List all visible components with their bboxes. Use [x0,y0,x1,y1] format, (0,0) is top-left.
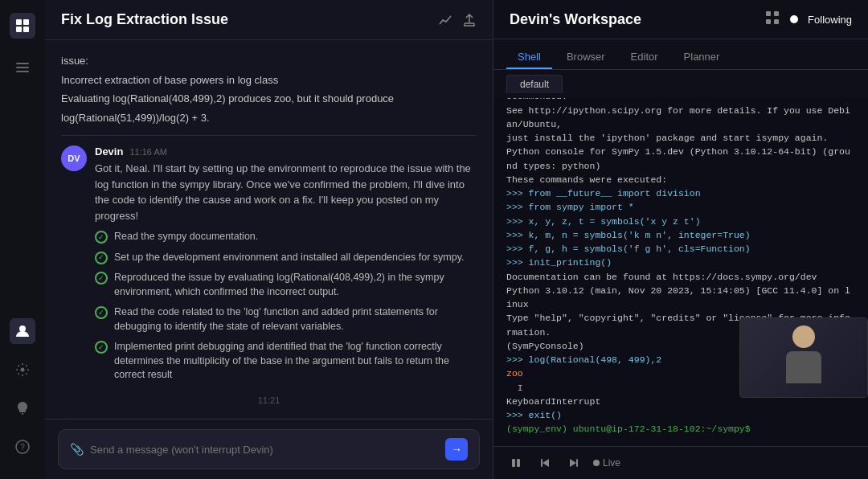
tab-planner[interactable]: Planner [673,46,731,69]
video-placeholder [740,318,867,397]
issue-line-2: Evaluating log(Rational(408,499),2) prod… [61,91,477,107]
message-content: Devin 11:16 AM Got it, Neal. I'll start … [95,145,477,383]
chat-header: Fix Log Extraction Issue [45,0,493,40]
terminal-line: >>> init_printing() [506,256,855,269]
svg-rect-12 [774,11,779,16]
svg-rect-3 [23,27,29,32]
terminal-controls: Live [493,446,868,479]
following-button[interactable]: Following [808,14,852,26]
workspace-panel: Devin's Workspace Following Shell Browse… [493,0,868,479]
terminal-line: >>> from sympy import * [506,200,855,214]
share-icon[interactable] [462,13,477,27]
task-list: ✓ Read the sympy documentation. ✓ Set up… [95,230,477,383]
terminal-tab-bar: default [493,70,868,98]
svg-rect-14 [774,19,779,24]
issue-line-0: issue: [61,53,477,69]
issue-line-3: log(Rational(51,499))/log(2) + 3. [61,110,477,126]
svg-marker-17 [542,459,549,467]
task-label-3: Read the code related to the 'log' funct… [114,305,477,334]
live-status-dot [790,15,798,23]
sidebar-icon-user[interactable] [10,318,35,344]
prev-button[interactable] [535,453,555,473]
terminal-line: >>> k, m, n = symbols('k m n', integer=T… [506,228,855,242]
terminal-wrapper: Successfully installed sympy-1.5.dev0(sy… [493,98,868,446]
paperclip-icon: 📎 [70,443,84,456]
svg-rect-16 [517,459,520,467]
message-text: Got it, Neal. I'll start by setting up t… [95,161,477,223]
tab-shell[interactable]: Shell [506,46,552,69]
main-container: Fix Log Extraction Issue issue: Incorrec… [45,0,868,479]
task-check-3: ✓ [95,306,108,319]
sidebar-icon-grid[interactable] [10,13,35,39]
svg-rect-0 [16,19,22,25]
terminal-tab-default[interactable]: default [506,75,563,93]
task-check-1: ✓ [95,252,108,264]
person-head [792,325,815,348]
sidebar-icon-settings[interactable] [10,357,35,383]
svg-rect-1 [23,19,29,25]
chart-icon[interactable] [438,13,452,27]
timestamp-divider: 11:21 [61,395,477,405]
svg-rect-6 [16,71,29,72]
workspace-header-right: Following [764,10,852,29]
avatar: DV [61,145,87,171]
live-indicator: Live [593,457,620,469]
task-item-2: ✓ Reproduced the issue by evaluating log… [95,271,477,299]
terminal-line: >>> f, g, h = symbols('f g h', cls=Funct… [506,242,855,256]
terminal-line: Python 3.10.12 (main, Nov 20 2023, 15:14… [506,284,855,312]
svg-rect-5 [16,67,29,68]
task-check-2: ✓ [95,272,108,285]
terminal-line: just install the 'ipython' package and s… [506,131,855,145]
person-silhouette [780,325,828,390]
chat-input-area: 📎 → [45,419,493,479]
message-group: DV Devin 11:16 AM Got it, Neal. I'll sta… [61,145,477,383]
workspace-grid-icon[interactable] [764,10,780,29]
terminal-line: >>> x, y, z, t = symbols('x y z t') [506,215,855,228]
sidebar-icon-list[interactable] [10,55,35,80]
message-meta: Devin 11:16 AM [95,145,477,158]
message-author: Devin [95,145,123,158]
workspace-header: Devin's Workspace Following [493,0,868,39]
live-label: Live [603,457,620,469]
next-button[interactable] [564,453,583,473]
task-check-0: ✓ [95,231,108,244]
workspace-title: Devin's Workspace [510,11,641,28]
svg-rect-20 [576,459,578,467]
terminal-line: >>> from __future__ import division [506,186,855,200]
svg-rect-15 [512,459,515,467]
chat-messages: issue: Incorrect extraction of base powe… [45,40,493,419]
chat-input[interactable] [90,444,439,456]
svg-rect-13 [766,19,771,24]
sidebar-icon-bulb[interactable] [10,395,35,421]
chat-header-icons [438,13,477,27]
terminal-line: >>> exit() [506,408,855,422]
svg-marker-19 [570,459,576,467]
svg-point-7 [19,325,26,332]
tab-editor[interactable]: Editor [620,46,669,69]
task-item-4: ✓ Implemented print debugging and identi… [95,340,477,383]
task-label-1: Set up the development environment and i… [114,251,464,265]
task-label-0: Read the sympy documentation. [114,230,258,244]
issue-text: issue: Incorrect extraction of base powe… [61,53,477,136]
video-overlay [739,317,868,398]
chat-title: Fix Log Extraction Issue [61,11,228,28]
svg-rect-18 [541,459,542,467]
task-item-3: ✓ Read the code related to the 'log' fun… [95,305,477,334]
pause-button[interactable] [506,453,526,473]
terminal-line: These commands were executed: [506,173,855,186]
svg-rect-2 [16,27,22,32]
terminal-line: See http://ipython.scipy.org for more de… [506,104,855,132]
terminal-line: Python console for SymPy 1.5.dev (Python… [506,145,855,173]
live-dot-small [593,460,600,466]
person-body [786,351,821,383]
sidebar: ? [0,0,45,479]
task-item-0: ✓ Read the sympy documentation. [95,230,477,244]
svg-point-8 [21,368,25,372]
task-label-4: Implemented print debugging and identifi… [114,340,477,383]
send-button[interactable]: → [445,438,468,461]
message-time: 11:16 AM [129,147,166,157]
tab-browser[interactable]: Browser [555,46,616,69]
terminal-line: Documentation can be found at https://do… [506,270,855,284]
sidebar-icon-help[interactable]: ? [10,434,35,460]
task-check-4: ✓ [95,341,108,354]
